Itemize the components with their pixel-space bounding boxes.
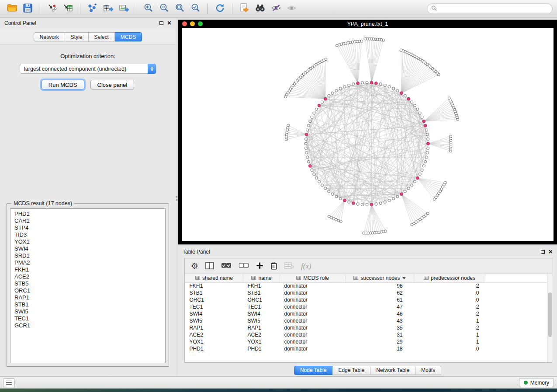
tab-select[interactable]: Select <box>89 32 115 41</box>
mcds-result-item[interactable]: STB5 <box>14 280 161 287</box>
search-box[interactable] <box>427 3 553 14</box>
mcds-result-item[interactable]: YOX1 <box>14 238 161 245</box>
tab-network-table[interactable]: Network Table <box>370 366 415 375</box>
vertical-splitter[interactable] <box>176 17 178 376</box>
tab-edge-table[interactable]: Edge Table <box>332 366 370 375</box>
table-vertical-scrollbar[interactable] <box>547 274 553 362</box>
cell-pred: 2 <box>414 303 485 310</box>
import-table-button[interactable] <box>60 2 76 15</box>
mcds-result-item[interactable]: ACE2 <box>14 273 161 280</box>
show-columns-button[interactable] <box>205 262 214 271</box>
mcds-result-item[interactable]: TEC1 <box>14 315 161 322</box>
close-panel-button[interactable]: Close panel <box>90 80 135 89</box>
zoom-in-button[interactable] <box>141 2 156 15</box>
close-panel-icon[interactable]: × <box>167 21 171 26</box>
import-network-button[interactable] <box>45 2 60 15</box>
mcds-result-item[interactable]: SWI4 <box>14 245 161 252</box>
table-row[interactable]: SWI5SWI5connector431 <box>185 317 547 324</box>
tab-motifs[interactable]: Motifs <box>415 366 441 375</box>
function-builder-button[interactable]: f(x) <box>301 262 311 271</box>
scrollbar-thumb[interactable] <box>548 292 552 337</box>
mcds-result-item[interactable]: STB1 <box>14 301 161 308</box>
export-table-button[interactable] <box>100 2 116 15</box>
table-row[interactable]: ACE2ACE2connector311 <box>185 331 547 338</box>
tab-mcds[interactable]: MCDS <box>115 32 142 41</box>
cell-role: dominator <box>280 282 346 289</box>
minimize-window-icon[interactable] <box>190 21 195 26</box>
zoom-out-button[interactable] <box>156 2 172 15</box>
cell-succ: 31 <box>346 331 414 338</box>
splitter-collapse-icon[interactable] <box>176 196 177 201</box>
network-canvas[interactable] <box>182 28 554 241</box>
run-mcds-button[interactable]: Run MCDS <box>42 80 84 89</box>
save-session-button[interactable] <box>20 2 35 15</box>
find-button[interactable] <box>253 2 268 15</box>
mcds-result-item[interactable]: FKH1 <box>14 266 161 273</box>
table-row[interactable]: ORC1ORC1dominator610 <box>185 296 547 303</box>
export-image-button[interactable] <box>116 2 131 15</box>
zoom-selected-icon <box>191 3 201 14</box>
network-window-titlebar[interactable]: YPA_prune.txt_1 <box>178 20 557 28</box>
new-network-button[interactable] <box>85 2 100 15</box>
table-row[interactable]: PHD1PHD1dominator180 <box>185 345 547 352</box>
select-all-columns-button[interactable] <box>221 262 232 270</box>
column-edit-icon <box>353 275 358 281</box>
cell-role: dominator <box>280 310 346 317</box>
deselect-all-columns-button[interactable] <box>239 262 249 270</box>
mcds-result-item[interactable]: PHD1 <box>14 210 161 217</box>
delete-table-button[interactable] <box>284 262 294 270</box>
column-header-predecessor-nodes[interactable]: predecessor nodes <box>414 274 485 282</box>
mcds-result-item[interactable]: TID3 <box>14 231 161 238</box>
cell-pred: 1 <box>414 338 485 345</box>
table-row[interactable]: TEC1TEC1connector472 <box>185 303 547 310</box>
mcds-result-item[interactable]: SRD1 <box>14 252 161 259</box>
mcds-result-item[interactable]: STP4 <box>14 224 161 231</box>
float-table-panel-icon[interactable] <box>541 250 545 254</box>
add-column-button[interactable] <box>256 262 263 271</box>
share-document-button[interactable] <box>237 2 252 15</box>
column-header-name[interactable]: name <box>243 274 280 282</box>
zoom-selected-button[interactable] <box>188 2 203 15</box>
tab-node-table[interactable]: Node Table <box>294 366 333 375</box>
mcds-result-item[interactable]: CAR1 <box>14 217 161 224</box>
float-panel-icon[interactable] <box>159 21 163 25</box>
mcds-result-item[interactable]: PMA2 <box>14 259 161 266</box>
table-row[interactable]: STB1STB1dominator620 <box>185 289 547 296</box>
status-bar: Memory <box>0 376 557 389</box>
cell-sharedname: SWI5 <box>185 317 243 324</box>
close-window-icon[interactable] <box>182 21 187 26</box>
mcds-result-list[interactable]: PHD1CAR1STP4TID3YOX1SWI4SRD1PMA2FKH1ACE2… <box>10 208 166 363</box>
hide-graphics-details-button[interactable] <box>268 2 284 15</box>
tab-style[interactable]: Style <box>65 32 89 41</box>
mcds-result-item[interactable]: GCR1 <box>14 322 161 329</box>
table-row[interactable]: RAP1RAP1dominator352 <box>185 324 547 331</box>
column-header-mcds-role[interactable]: MCDS role <box>280 274 346 282</box>
mcds-result-item[interactable]: ORC1 <box>14 287 161 294</box>
table-scroll-area[interactable]: shared name name MCDS role successor nod… <box>185 274 553 362</box>
search-input[interactable] <box>439 6 548 12</box>
mcds-result-item[interactable]: SWI5 <box>14 308 161 315</box>
table-row[interactable]: SWI4SWI4dominator462 <box>185 310 547 317</box>
cell-pred: 0 <box>414 345 485 352</box>
main-toolbar <box>0 0 557 17</box>
zoom-fit-button[interactable] <box>172 2 187 15</box>
column-header-successor-nodes[interactable]: successor nodes <box>346 274 414 282</box>
column-header-shared-name[interactable]: shared name <box>185 274 243 282</box>
control-panel-header: Control Panel × <box>0 17 176 29</box>
open-session-button[interactable] <box>4 2 20 15</box>
close-table-panel-icon[interactable]: × <box>549 249 553 254</box>
show-graphics-details-button[interactable] <box>284 2 299 15</box>
cell-sharedname: YOX1 <box>185 338 243 345</box>
tab-network[interactable]: Network <box>34 32 65 41</box>
cell-name: PHD1 <box>243 345 280 352</box>
table-row[interactable]: YOX1YOX1connector291 <box>185 338 547 345</box>
optimization-criterion-select[interactable]: largest connected component (undirected) <box>20 64 156 74</box>
delete-column-button[interactable] <box>270 261 277 271</box>
task-history-button[interactable] <box>3 378 15 387</box>
memory-button[interactable]: Memory <box>519 378 554 387</box>
mcds-result-item[interactable]: RAP1 <box>14 294 161 301</box>
table-settings-button[interactable]: ⚙ <box>191 262 198 270</box>
maximize-window-icon[interactable] <box>198 21 203 26</box>
table-row[interactable]: FKH1FKH1dominator962 <box>185 282 547 289</box>
refresh-layout-button[interactable] <box>212 2 228 15</box>
